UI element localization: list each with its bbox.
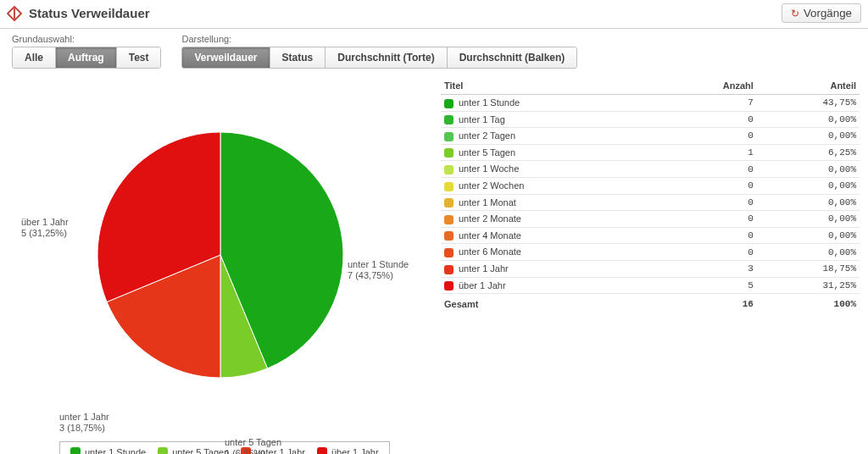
filter-row: Grundauswahl: AlleAuftragTest Darstellun… — [0, 29, 868, 77]
darstellung-btn-durchschnitt-torte-[interactable]: Durchschnitt (Torte) — [326, 47, 447, 68]
pie-label: unter 1 Stunde7 (43,75%) — [348, 259, 409, 281]
row-count: 0 — [662, 194, 757, 211]
row-label: unter 1 Jahr — [459, 263, 509, 274]
logo-icon — [7, 6, 22, 21]
row-label: unter 2 Monate — [459, 213, 521, 224]
row-label: unter 2 Tagen — [459, 130, 515, 141]
row-pct: 0,00% — [757, 111, 860, 128]
grundauswahl-buttons: AlleAuftragTest — [12, 47, 161, 69]
darstellung-label: Darstellung: — [181, 34, 577, 44]
legend-swatch — [317, 447, 327, 454]
row-swatch — [444, 198, 453, 208]
th-anteil: Anteil — [757, 77, 860, 95]
row-label: unter 2 Wochen — [459, 180, 524, 191]
row-count: 0 — [662, 244, 757, 261]
table-row: unter 1 Jahr318,75% — [441, 260, 860, 277]
data-table: Titel Anzahl Anteil unter 1 Stunde743,75… — [441, 77, 860, 312]
row-pct: 0,00% — [757, 244, 860, 261]
grundauswahl-btn-test[interactable]: Test — [117, 47, 161, 68]
row-pct: 0,00% — [757, 227, 860, 244]
legend-label: unter 5 Tagen — [172, 447, 229, 454]
row-count: 0 — [662, 227, 757, 244]
legend-label: unter 1 Stunde — [85, 447, 146, 454]
total-pct: 100% — [757, 294, 860, 313]
row-swatch — [444, 281, 453, 291]
legend-swatch — [70, 447, 81, 454]
row-label: unter 1 Monat — [459, 197, 516, 208]
grundauswahl-btn-alle[interactable]: Alle — [13, 47, 56, 68]
table-row: unter 2 Wochen00,00% — [441, 177, 860, 194]
pie-chart: unter 1 Stunde7 (43,75%)unter 5 Tagen1 (… — [8, 77, 432, 433]
row-label: unter 1 Stunde — [459, 97, 520, 108]
row-swatch — [444, 165, 453, 174]
table-row: unter 4 Monate00,00% — [441, 227, 860, 244]
darstellung-buttons: VerweildauerStatusDurchschnitt (Torte)Du… — [181, 47, 577, 69]
row-label: über 1 Jahr — [459, 280, 506, 291]
filter-group-darstellung: Darstellung: VerweildauerStatusDurchschn… — [181, 34, 577, 69]
row-label: unter 1 Tag — [459, 114, 505, 125]
row-count: 1 — [662, 144, 757, 161]
grundauswahl-btn-auftrag[interactable]: Auftrag — [56, 47, 117, 68]
row-count: 3 — [662, 260, 757, 277]
legend-item: unter 5 Tagen — [158, 447, 229, 454]
legend-item: über 1 Jahr — [317, 447, 379, 454]
chart-column: unter 1 Stunde7 (43,75%)unter 5 Tagen1 (… — [0, 77, 441, 454]
pie-svg — [93, 102, 348, 407]
pie-label: unter 1 Jahr3 (18,75%) — [59, 412, 109, 434]
table-header-row: Titel Anzahl Anteil — [441, 77, 860, 95]
row-count: 5 — [662, 277, 757, 294]
vorgaenge-label: Vorgänge — [804, 7, 852, 19]
total-label: Gesamt — [441, 294, 662, 313]
row-count: 7 — [662, 95, 757, 112]
row-label: unter 1 Woche — [459, 163, 519, 174]
row-label: unter 5 Tagen — [459, 147, 515, 158]
table-row: unter 2 Tagen00,00% — [441, 128, 860, 145]
main-content: unter 1 Stunde7 (43,75%)unter 5 Tagen1 (… — [0, 77, 868, 454]
row-swatch — [444, 248, 453, 257]
table-row: unter 1 Tag00,00% — [441, 111, 860, 128]
page-title: Status Verweildauer — [29, 6, 150, 20]
darstellung-btn-status[interactable]: Status — [270, 47, 326, 68]
row-pct: 0,00% — [757, 194, 860, 211]
table-row: unter 1 Woche00,00% — [441, 161, 860, 178]
row-label: unter 6 Monate — [459, 246, 521, 257]
row-pct: 31,25% — [757, 277, 860, 294]
table-row: unter 1 Monat00,00% — [441, 194, 860, 211]
row-pct: 0,00% — [757, 161, 860, 178]
row-count: 0 — [662, 128, 757, 145]
table-column: Titel Anzahl Anteil unter 1 Stunde743,75… — [441, 77, 868, 454]
row-swatch — [444, 132, 453, 141]
pie-label: über 1 Jahr5 (31,25%) — [21, 217, 69, 239]
table-row: unter 6 Monate00,00% — [441, 244, 860, 261]
total-count: 16 — [662, 294, 757, 313]
row-pct: 0,00% — [757, 177, 860, 194]
grundauswahl-label: Grundauswahl: — [12, 34, 161, 44]
filter-group-grundauswahl: Grundauswahl: AlleAuftragTest — [12, 34, 161, 69]
header-left: Status Verweildauer — [7, 6, 150, 21]
legend-label: über 1 Jahr — [331, 447, 379, 454]
vorgaenge-button[interactable]: ↻ Vorgänge — [782, 3, 861, 23]
refresh-icon: ↻ — [791, 8, 799, 19]
page-header: Status Verweildauer ↻ Vorgänge — [0, 0, 868, 29]
th-titel: Titel — [441, 77, 662, 95]
row-pct: 18,75% — [757, 260, 860, 277]
row-count: 0 — [662, 177, 757, 194]
table-row: unter 5 Tagen16,25% — [441, 144, 860, 161]
legend-swatch — [158, 447, 168, 454]
row-swatch — [444, 215, 453, 224]
row-swatch — [444, 148, 453, 158]
table-row: unter 2 Monate00,00% — [441, 211, 860, 228]
row-pct: 0,00% — [757, 211, 860, 228]
table-total-row: Gesamt16100% — [441, 294, 860, 313]
darstellung-btn-durchschnitt-balken-[interactable]: Durchschnitt (Balken) — [448, 47, 577, 68]
row-count: 0 — [662, 111, 757, 128]
row-pct: 6,25% — [757, 144, 860, 161]
row-count: 0 — [662, 161, 757, 178]
darstellung-btn-verweildauer[interactable]: Verweildauer — [182, 47, 270, 68]
th-anzahl: Anzahl — [662, 77, 757, 95]
row-swatch — [444, 99, 453, 108]
row-swatch — [444, 182, 453, 191]
table-row: unter 1 Stunde743,75% — [441, 95, 860, 112]
row-pct: 43,75% — [757, 95, 860, 112]
row-swatch — [444, 265, 453, 274]
